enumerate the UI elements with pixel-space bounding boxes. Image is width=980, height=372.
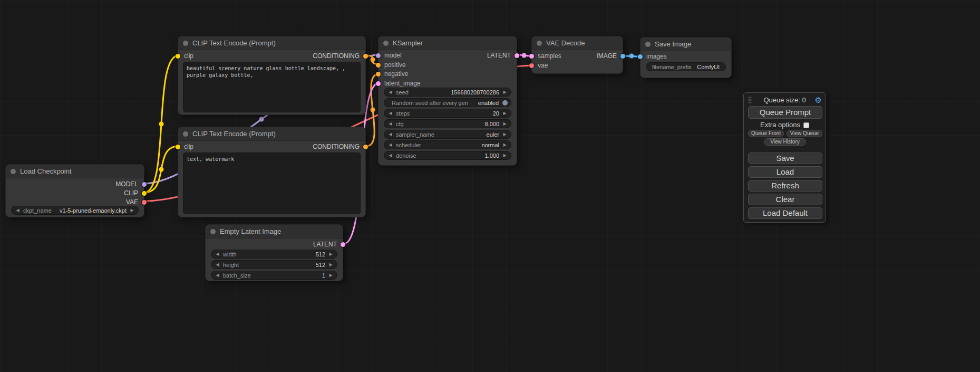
- widget-value: enabled: [478, 100, 501, 106]
- load-button[interactable]: Load: [748, 166, 822, 178]
- widget-steps[interactable]: ◀ steps 20 ▶: [384, 109, 511, 118]
- widget-label: denoise: [393, 152, 419, 159]
- save-button[interactable]: Save: [748, 152, 822, 164]
- decrement-icon[interactable]: ◀: [387, 88, 393, 96]
- node-title-bar[interactable]: KSampler: [379, 36, 517, 50]
- output-slot-model[interactable]: [142, 182, 147, 187]
- input-slot-negative[interactable]: [376, 72, 381, 77]
- toggle-indicator[interactable]: [502, 100, 508, 106]
- input-slot-vae[interactable]: [529, 63, 534, 68]
- input-slot-model[interactable]: [376, 53, 381, 58]
- queue-prompt-button[interactable]: Queue Prompt: [748, 106, 822, 119]
- decrement-icon[interactable]: ◀: [387, 109, 393, 117]
- node-title-bar[interactable]: VAE Decode: [532, 36, 623, 50]
- decrement-icon[interactable]: ◀: [215, 261, 220, 269]
- increment-icon[interactable]: ▶: [502, 88, 508, 96]
- node-title-bar[interactable]: Save Image: [641, 37, 731, 51]
- node-ksampler[interactable]: KSampler model LATENT positive negative …: [378, 36, 517, 166]
- increment-icon[interactable]: ▶: [502, 130, 508, 138]
- output-slot-image[interactable]: [620, 54, 625, 59]
- input-slot-samples[interactable]: [529, 54, 534, 59]
- node-title-bar[interactable]: Empty Latent Image: [206, 225, 343, 239]
- collapse-dot[interactable]: [645, 42, 651, 47]
- widget-cfg[interactable]: ◀ cfg 8.000 ▶: [384, 119, 511, 128]
- output-slot-conditioning[interactable]: [363, 54, 368, 59]
- widget-width[interactable]: ◀ width 512 ▶: [211, 250, 337, 259]
- node-clip-text-encode-positive[interactable]: CLIP Text Encode (Prompt) clip CONDITION…: [178, 36, 366, 115]
- queue-front-button[interactable]: Queue Front: [748, 130, 784, 137]
- widget-denoise[interactable]: ◀ denoise 1.000 ▶: [384, 151, 511, 160]
- widget-random-seed[interactable]: Random seed after every gen enabled: [384, 98, 511, 107]
- widget-label: scheduler: [393, 142, 424, 148]
- collapse-dot[interactable]: [383, 41, 389, 46]
- link-midpoint-dot: [371, 108, 375, 112]
- increment-icon[interactable]: ▶: [502, 120, 508, 128]
- increment-icon[interactable]: ▶: [328, 250, 334, 258]
- increment-icon[interactable]: ▶: [502, 109, 508, 117]
- widget-value: 1: [254, 272, 328, 279]
- collapse-dot[interactable]: [183, 41, 188, 46]
- view-history-button[interactable]: View History: [764, 138, 806, 146]
- input-slot-images[interactable]: [638, 54, 643, 59]
- input-label-clip: clip: [184, 142, 193, 151]
- positive-prompt-textarea[interactable]: beautiful scenery nature glass bottle la…: [183, 62, 361, 112]
- output-slot-latent[interactable]: [515, 53, 519, 58]
- decrement-icon[interactable]: ◀: [387, 151, 393, 159]
- node-clip-text-encode-negative[interactable]: CLIP Text Encode (Prompt) clip CONDITION…: [178, 127, 366, 217]
- node-save-image[interactable]: Save Image images filename_prefix ComfyU…: [640, 37, 732, 78]
- decrement-icon[interactable]: ◀: [215, 271, 220, 279]
- output-slot-clip[interactable]: [142, 191, 147, 196]
- output-slot-vae[interactable]: [142, 200, 147, 205]
- extra-options-checkbox[interactable]: [803, 122, 809, 128]
- widget-value: 156680208700286: [411, 89, 502, 96]
- collapse-dot[interactable]: [183, 131, 188, 137]
- graph-canvas[interactable]: { "colors": { "model_slot": "#B39DDB", "…: [0, 0, 980, 372]
- node-empty-latent-image[interactable]: Empty Latent Image LATENT ◀ width 512 ▶ …: [205, 224, 343, 281]
- negative-prompt-textarea[interactable]: text, watermark: [183, 152, 361, 214]
- output-label-model: MODEL: [115, 180, 138, 189]
- link-midpoint-dot: [159, 122, 164, 127]
- increment-icon[interactable]: ▶: [129, 206, 135, 214]
- gear-icon[interactable]: ⚙: [815, 96, 822, 105]
- widget-value: v1-5-pruned-emaonly.ckpt: [54, 207, 129, 214]
- decrement-icon[interactable]: ◀: [387, 141, 393, 149]
- decrement-icon[interactable]: ◀: [387, 120, 393, 128]
- widget-sampler-name[interactable]: ◀ sampler_name euler ▶: [384, 130, 511, 139]
- collapse-dot[interactable]: [537, 41, 542, 46]
- collapse-dot[interactable]: [11, 169, 16, 174]
- node-vae-decode[interactable]: VAE Decode samples IMAGE vae: [531, 36, 623, 74]
- widget-value: 8.000: [406, 121, 502, 127]
- view-queue-button[interactable]: View Queue: [787, 130, 822, 137]
- decrement-icon[interactable]: ◀: [387, 130, 393, 138]
- input-slot-clip[interactable]: [176, 145, 180, 149]
- load-default-button[interactable]: Load Default: [748, 207, 822, 219]
- widget-ckpt-name[interactable]: ◀ ckpt_name v1-5-pruned-emaonly.ckpt ▶: [11, 206, 139, 215]
- widget-batch-size[interactable]: ◀ batch_size 1 ▶: [211, 271, 337, 280]
- node-title-bar[interactable]: CLIP Text Encode (Prompt): [178, 36, 365, 50]
- widget-seed[interactable]: ◀ seed 156680208700286 ▶: [384, 88, 511, 97]
- input-slot-clip[interactable]: [176, 54, 180, 59]
- output-slot-latent[interactable]: [341, 242, 345, 247]
- decrement-icon[interactable]: ◀: [215, 250, 220, 258]
- input-slot-positive[interactable]: [376, 63, 381, 68]
- refresh-button[interactable]: Refresh: [748, 180, 822, 192]
- decrement-icon[interactable]: ◀: [15, 206, 21, 214]
- node-title-bar[interactable]: Load Checkpoint: [6, 165, 144, 178]
- input-slot-latent-image[interactable]: [376, 81, 381, 86]
- widget-height[interactable]: ◀ height 512 ▶: [211, 260, 337, 269]
- output-slot-conditioning[interactable]: [363, 145, 368, 149]
- output-label-latent: LATENT: [313, 240, 337, 249]
- clear-button[interactable]: Clear: [748, 194, 822, 205]
- increment-icon[interactable]: ▶: [502, 151, 508, 159]
- output-label-image: IMAGE: [596, 52, 617, 61]
- input-label-vae: vae: [538, 61, 548, 70]
- node-title-bar[interactable]: CLIP Text Encode (Prompt): [178, 127, 365, 141]
- increment-icon[interactable]: ▶: [328, 271, 334, 279]
- collapse-dot[interactable]: [210, 229, 216, 234]
- increment-icon[interactable]: ▶: [328, 261, 334, 269]
- widget-filename-prefix[interactable]: filename_prefix ComfyUI: [646, 62, 726, 71]
- increment-icon[interactable]: ▶: [502, 141, 508, 149]
- widget-label: width: [220, 251, 239, 257]
- widget-scheduler[interactable]: ◀ scheduler normal ▶: [384, 140, 511, 149]
- node-load-checkpoint[interactable]: Load Checkpoint MODEL CLIP VAE ◀ ckpt_na…: [5, 164, 144, 217]
